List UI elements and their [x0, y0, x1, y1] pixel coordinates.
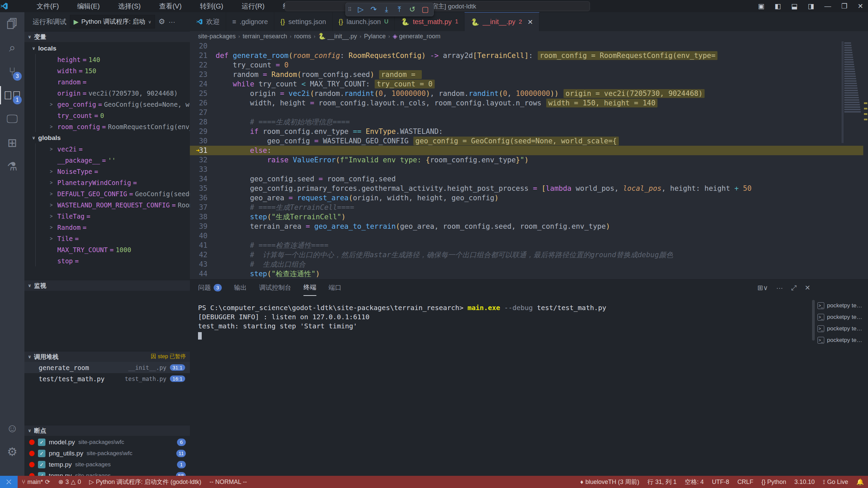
line-number[interactable]: 37 — [190, 203, 216, 212]
breadcrumb-item[interactable]: rooms — [294, 33, 311, 40]
extensions-icon[interactable]: ⊞ — [0, 131, 24, 155]
variable-row[interactable]: >NoiseType= — [35, 166, 190, 177]
encoding-setting[interactable]: UTF-8 — [708, 479, 733, 486]
line-number[interactable]: 23 — [190, 70, 216, 79]
branch-status[interactable]: ⑂ main* ⟳ — [18, 478, 54, 486]
explorer-icon[interactable]: 🗍 — [0, 12, 24, 36]
panel-tab-端口[interactable]: 端口 — [329, 280, 341, 296]
vim-mode-status[interactable]: -- NORMAL -- — [205, 479, 251, 486]
gitlens-blame[interactable]: ♦ blueloveTH (3 周前) — [576, 478, 643, 486]
variable-row[interactable]: MAX_TRY_COUNT=1000 — [35, 244, 190, 255]
line-number[interactable]: 44 — [190, 269, 216, 279]
eol-setting[interactable]: CRLF — [733, 479, 757, 486]
panel-maximize-icon[interactable]: ⤢ — [791, 284, 796, 292]
line-number[interactable]: 24 — [190, 79, 216, 89]
menu-go[interactable]: 转到(G) — [195, 0, 228, 12]
debug-step-out-button[interactable]: ⤒ — [393, 4, 406, 15]
debug-restart-button[interactable]: ↺ — [406, 4, 418, 15]
breadcrumb-item[interactable]: ◈ generate_room — [393, 33, 440, 40]
tab--gdignore[interactable]: ≡ .gdignore — [226, 12, 274, 31]
line-number[interactable]: 43 — [190, 260, 216, 269]
remote-explorer-icon[interactable]: 🖵 — [0, 107, 24, 131]
debug-views-more-icon[interactable]: ··· — [169, 18, 175, 26]
panel-tab-输出[interactable]: 输出 — [234, 280, 247, 296]
code-line[interactable]: 41 # ====检查连通性==== — [190, 241, 868, 250]
code-line[interactable]: 30 geo_config = WASTELAND_GEO_CONFIGgeo_… — [190, 136, 868, 146]
line-number[interactable]: 40 — [190, 231, 216, 241]
window-minimize-icon[interactable]: — — [824, 2, 831, 10]
tab-close-icon[interactable]: ✕ — [528, 18, 533, 26]
breadcrumb-item[interactable]: Pylance — [364, 33, 386, 40]
variable-row[interactable]: >room_config=RoomRequestConfig(env_t… — [35, 121, 190, 132]
callstack-frame[interactable]: test/test_math.pytest_math.py16:1 — [24, 373, 190, 384]
terminal-instance[interactable]: >_pocketpy te… — [815, 311, 868, 323]
line-number[interactable]: 27 — [190, 108, 216, 117]
variable-row[interactable]: stop= — [35, 255, 190, 266]
debug-toolbar-grip[interactable]: ⠿ — [348, 8, 354, 11]
accounts-icon[interactable]: ☺ — [0, 416, 24, 440]
code-line[interactable]: 43 # 生成出口组合 — [190, 260, 868, 269]
code-line[interactable]: 33 — [190, 165, 868, 174]
search-icon[interactable]: ⌕ — [0, 36, 24, 60]
code-line[interactable]: 21def generate_room(room_config: RoomReq… — [190, 51, 868, 60]
code-line[interactable]: 29 if room_config.env_type == EnvType.WA… — [190, 127, 868, 136]
variable-row[interactable]: random= — [35, 76, 190, 87]
variable-row[interactable]: >vec2i= — [35, 143, 190, 155]
line-number[interactable]: 39 — [190, 222, 216, 231]
line-number[interactable]: 28 — [190, 117, 216, 127]
toggle-sidebar-icon[interactable]: ◧ — [775, 2, 781, 10]
variable-scope[interactable]: ∨locals — [24, 43, 190, 54]
code-line[interactable]: 42 # 计算每一个出口的中心，然后使用astar生成路径，确保每一个出口组合都… — [190, 250, 868, 260]
panel-more-icon[interactable]: ··· — [776, 284, 783, 292]
variable-row[interactable]: origin=vec2i(7205730, 9024468) — [35, 87, 190, 99]
breakpoint-checkbox[interactable]: ✓ — [38, 450, 45, 457]
problems-status[interactable]: ⊗3 △0 — [54, 478, 85, 486]
code-line[interactable]: 20 — [190, 41, 868, 51]
line-number[interactable]: 32 — [190, 155, 216, 165]
line-number[interactable]: 38 — [190, 212, 216, 222]
code-line[interactable]: 24 while try_count < MAX_TRY_COUNT:try_c… — [190, 79, 868, 89]
code-line[interactable]: 23 random = Random(room_config.seed)rand… — [190, 70, 868, 79]
minimap[interactable] — [844, 41, 863, 126]
menu-view[interactable]: 查看(V) — [154, 0, 186, 12]
terminal-new-icon[interactable]: ⊞∨ — [757, 284, 768, 292]
editor-scrollbar[interactable] — [842, 41, 844, 143]
debug-gear-icon[interactable]: ⚙ — [158, 17, 165, 26]
menu-selection[interactable]: 选择(S) — [113, 0, 145, 12]
breakpoint-row[interactable]: ✓ temp.pysite-packages 1 — [24, 459, 190, 470]
breadcrumb[interactable]: site-packages›terrain_research›rooms›🐍 _… — [190, 31, 868, 41]
tab-settings-json[interactable]: {} settings.json — [274, 12, 333, 31]
code-line[interactable]: 44 step("检查连通性") — [190, 269, 868, 279]
code-line[interactable]: 32 raise ValueError(f"Invalid env type: … — [190, 155, 868, 165]
variable-row[interactable]: height=140 — [35, 54, 190, 65]
breadcrumb-item[interactable]: terrain_research — [243, 33, 287, 40]
panel-tab-终端[interactable]: 终端 — [303, 280, 316, 296]
breakpoint-row[interactable]: ✓ png_utils.pysite-packages\wfc 11 — [24, 448, 190, 459]
debug-step-over-button[interactable]: ↷ — [368, 4, 380, 15]
breadcrumb-item[interactable]: 🐍 __init__.py — [318, 33, 357, 40]
terminal-output[interactable]: PS C:\computer_science\godot-ldtk\site-p… — [198, 303, 835, 340]
cursor-position[interactable]: 行 31, 列 1 — [644, 478, 681, 486]
code-editor[interactable]: 2021def generate_room(room_config: RoomR… — [190, 41, 868, 279]
line-number[interactable]: 21 — [190, 51, 216, 60]
code-line[interactable]: 38 step("生成TerrainCell") — [190, 212, 868, 222]
line-number[interactable]: 41 — [190, 241, 216, 250]
variable-row[interactable]: width=150 — [35, 65, 190, 76]
code-line[interactable]: 25 origin = vec2i(random.randint(0, 1000… — [190, 89, 868, 98]
code-line[interactable]: 37 # ====生成TerrainCell==== — [190, 203, 868, 212]
menu-file[interactable]: 文件(F) — [32, 0, 64, 12]
code-line[interactable]: 28 # ====生成初始地理信息==== — [190, 117, 868, 127]
callstack-section-header[interactable]: ∨调用堆栈 因 step 已暂停 — [24, 351, 190, 362]
window-close-icon[interactable]: ✕ — [857, 2, 863, 10]
code-line[interactable]: 40 — [190, 231, 868, 241]
current-debug-line[interactable]: ➜31 else: — [190, 146, 868, 155]
go-live-button[interactable]: ⟟ Go Live — [819, 479, 852, 486]
line-number[interactable]: 31 — [190, 146, 216, 155]
settings-gear-icon[interactable]: ⚙ — [0, 440, 24, 464]
line-number[interactable]: 36 — [190, 193, 216, 203]
line-number[interactable]: 42 — [190, 250, 216, 260]
variable-row[interactable]: >geo_config=GeoConfig(seed=None, wor… — [35, 99, 190, 110]
indent-setting[interactable]: 空格: 4 — [681, 478, 708, 486]
variable-row[interactable]: try_count=0 — [35, 110, 190, 121]
debug-stop-button[interactable]: ▢ — [419, 4, 431, 15]
